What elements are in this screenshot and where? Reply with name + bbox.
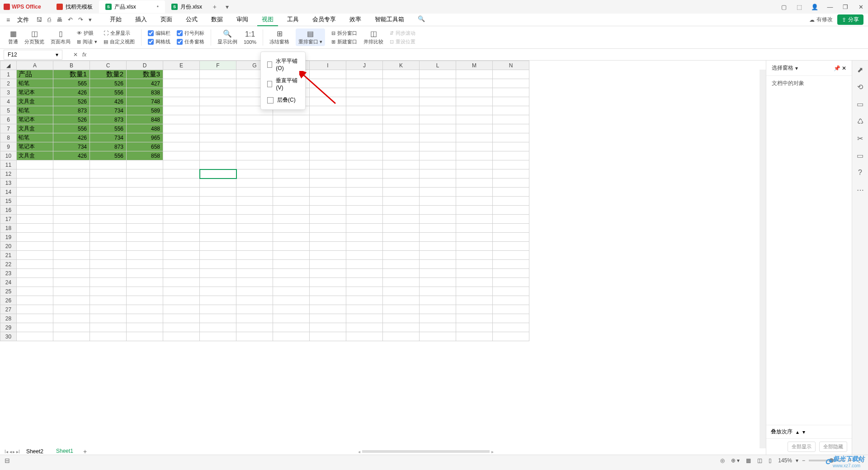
cell-I27[interactable] xyxy=(310,305,346,314)
cell-C23[interactable] xyxy=(90,269,127,278)
cell-A8[interactable]: 铅笔 xyxy=(17,133,53,142)
cell-K3[interactable] xyxy=(383,88,420,97)
cell-H12[interactable] xyxy=(273,169,310,179)
cell-E23[interactable] xyxy=(163,269,200,278)
select-all-corner[interactable]: ◢ xyxy=(0,61,17,70)
cell-C27[interactable] xyxy=(90,305,127,314)
cell-C15[interactable] xyxy=(90,197,127,206)
cell-I17[interactable] xyxy=(310,215,346,224)
cell-L9[interactable] xyxy=(420,142,456,151)
cell-B26[interactable] xyxy=(53,296,90,305)
col-header-F[interactable]: F xyxy=(200,61,236,70)
cell-H14[interactable] xyxy=(273,188,310,197)
cell-F6[interactable] xyxy=(200,115,236,124)
cell-L25[interactable] xyxy=(420,287,456,296)
cell-L6[interactable] xyxy=(420,115,456,124)
row-header-22[interactable]: 22 xyxy=(0,260,17,269)
checkbox[interactable] xyxy=(177,39,183,45)
cell-A21[interactable] xyxy=(17,251,53,260)
cell-I3[interactable] xyxy=(310,88,346,97)
cell-M4[interactable] xyxy=(456,97,493,106)
tab-data[interactable]: 数据 xyxy=(207,14,227,26)
tab-templates[interactable]: 找稻壳模板 xyxy=(50,0,99,13)
cell-L3[interactable] xyxy=(420,88,456,97)
cell-K24[interactable] xyxy=(383,278,420,287)
row-header-24[interactable]: 24 xyxy=(0,278,17,287)
row-header-29[interactable]: 29 xyxy=(0,323,17,332)
cell-N10[interactable] xyxy=(493,151,529,160)
tile-horizontal[interactable]: 水平平铺(O) xyxy=(261,55,305,74)
cell-G27[interactable] xyxy=(236,305,273,314)
cell-K14[interactable] xyxy=(383,188,420,197)
cell-A18[interactable] xyxy=(17,224,53,233)
cell-L29[interactable] xyxy=(420,323,456,332)
cell-D9[interactable]: 658 xyxy=(127,142,163,151)
cell-G6[interactable] xyxy=(236,115,273,124)
cell-N2[interactable] xyxy=(493,79,529,88)
cell-A30[interactable] xyxy=(17,332,53,341)
cell-K27[interactable] xyxy=(383,305,420,314)
cell-A20[interactable] xyxy=(17,242,53,251)
cell-A5[interactable]: 铅笔 xyxy=(17,106,53,115)
col-header-A[interactable]: A xyxy=(17,61,53,70)
cell-N25[interactable] xyxy=(493,287,529,296)
cell-I25[interactable] xyxy=(310,287,346,296)
cell-L22[interactable] xyxy=(420,260,456,269)
cell-B1[interactable]: 数量1 xyxy=(53,70,90,79)
cell-E7[interactable] xyxy=(163,124,200,133)
cell-J18[interactable] xyxy=(346,224,383,233)
cell-K26[interactable] xyxy=(383,296,420,305)
cell-A11[interactable] xyxy=(17,160,53,169)
cell-F18[interactable] xyxy=(200,224,236,233)
cell-A16[interactable] xyxy=(17,206,53,215)
cell-B7[interactable]: 556 xyxy=(53,124,90,133)
cell-H16[interactable] xyxy=(273,206,310,215)
fx-icon[interactable]: fx xyxy=(82,52,86,58)
tab-product-xlsx[interactable]: S 产品.xlsx • xyxy=(99,0,165,13)
cell-N7[interactable] xyxy=(493,124,529,133)
maximize-icon[interactable]: ❐ xyxy=(842,3,849,10)
cell-E22[interactable] xyxy=(163,260,200,269)
col-header-N[interactable]: N xyxy=(493,61,529,70)
cell-L26[interactable] xyxy=(420,296,456,305)
cell-J7[interactable] xyxy=(346,124,383,133)
cell-H28[interactable] xyxy=(273,314,310,323)
row-header-23[interactable]: 23 xyxy=(0,269,17,278)
row-header-19[interactable]: 19 xyxy=(0,233,17,242)
col-header-D[interactable]: D xyxy=(127,61,163,70)
row-header-13[interactable]: 13 xyxy=(0,179,17,188)
cell-A7[interactable]: 文具盒 xyxy=(17,124,53,133)
cell-A9[interactable]: 笔记本 xyxy=(17,142,53,151)
cell-K4[interactable] xyxy=(383,97,420,106)
row-header-4[interactable]: 4 xyxy=(0,97,17,106)
cell-N27[interactable] xyxy=(493,305,529,314)
redo-icon[interactable]: ↷ xyxy=(76,15,85,24)
cell-B12[interactable] xyxy=(53,169,90,179)
cell-M5[interactable] xyxy=(456,106,493,115)
cell-J29[interactable] xyxy=(346,323,383,332)
cell-N8[interactable] xyxy=(493,133,529,142)
cell-J14[interactable] xyxy=(346,188,383,197)
cell-D7[interactable]: 488 xyxy=(127,124,163,133)
cell-J17[interactable] xyxy=(346,215,383,224)
cell-F7[interactable] xyxy=(200,124,236,133)
cell-K8[interactable] xyxy=(383,133,420,142)
cell-K1[interactable] xyxy=(383,70,420,79)
search-icon[interactable]: 🔍 xyxy=(413,14,429,26)
cell-E4[interactable] xyxy=(163,97,200,106)
cell-F4[interactable] xyxy=(200,97,236,106)
cell-L8[interactable] xyxy=(420,133,456,142)
cell-F12[interactable] xyxy=(200,169,236,179)
cell-C5[interactable]: 734 xyxy=(90,106,127,115)
book-icon[interactable]: ▭ xyxy=(856,151,865,160)
tab-efficiency[interactable]: 效率 xyxy=(345,14,366,26)
more-icon[interactable]: ⋯ xyxy=(856,185,865,194)
view-page-break[interactable]: ◫分页预览 xyxy=(24,29,44,45)
cell-I24[interactable] xyxy=(310,278,346,287)
cell-B24[interactable] xyxy=(53,278,90,287)
cell-N9[interactable] xyxy=(493,142,529,151)
cell-A22[interactable] xyxy=(17,260,53,269)
cell-C21[interactable] xyxy=(90,251,127,260)
cell-F5[interactable] xyxy=(200,106,236,115)
cell-F16[interactable] xyxy=(200,206,236,215)
